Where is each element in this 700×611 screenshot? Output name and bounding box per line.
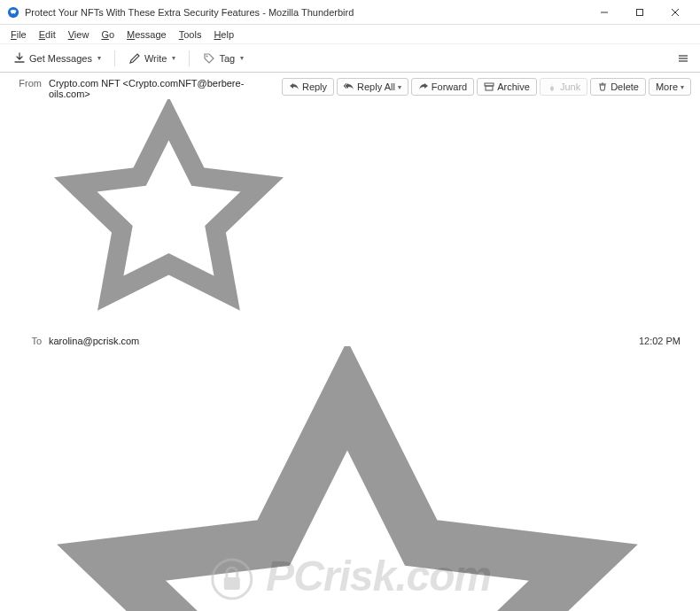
archive-icon: [484, 82, 494, 91]
svg-rect-2: [637, 9, 643, 15]
forward-label: Forward: [432, 81, 467, 92]
svg-rect-10: [486, 86, 493, 90]
window-title: Protect Your NFTs With These Extra Secur…: [25, 7, 587, 18]
tag-label: Tag: [219, 53, 235, 64]
message-time: 12:02 PM: [639, 336, 691, 346]
junk-button[interactable]: Junk: [540, 78, 587, 96]
menu-icon[interactable]: [677, 52, 689, 65]
menu-help[interactable]: Help: [208, 27, 239, 42]
reply-all-icon: [344, 82, 354, 91]
thunderbird-icon: [7, 6, 19, 19]
forward-button[interactable]: Forward: [411, 78, 474, 96]
window-controls: [587, 0, 693, 25]
to-label: To: [9, 336, 49, 346]
from-address[interactable]: Crypto.com NFT <Crypto.comNFT@berbere-oi…: [49, 78, 244, 99]
pencil-icon: [128, 52, 141, 65]
maximize-button[interactable]: [622, 0, 657, 25]
archive-label: Archive: [497, 81, 530, 92]
write-button[interactable]: Write ▾: [121, 48, 183, 69]
toolbar-separator: [114, 50, 115, 66]
reply-all-label: Reply All: [357, 81, 395, 92]
delete-label: Delete: [611, 81, 639, 92]
svg-point-5: [206, 55, 208, 57]
archive-button[interactable]: Archive: [477, 78, 537, 96]
to-address[interactable]: karolina@pcrisk.com: [49, 336, 139, 346]
close-button[interactable]: [657, 0, 693, 25]
delete-button[interactable]: Delete: [590, 78, 646, 96]
header-actions: Reply Reply All▾ Forward Archive Junk De…: [282, 78, 691, 96]
download-icon: [13, 52, 26, 65]
chevron-down-icon: ▾: [681, 83, 684, 91]
menu-file[interactable]: File: [5, 27, 32, 42]
from-label: From: [9, 78, 49, 89]
to-value: karolina@pcrisk.com: [49, 336, 639, 611]
write-label: Write: [144, 53, 167, 64]
more-label: More: [656, 81, 678, 92]
chevron-down-icon: ▾: [240, 54, 244, 62]
menu-message[interactable]: Message: [121, 27, 172, 42]
menu-edit[interactable]: Edit: [34, 27, 61, 42]
get-messages-button[interactable]: Get Messages ▾: [5, 48, 109, 69]
forward-icon: [418, 82, 429, 91]
chevron-down-icon: ▾: [97, 54, 101, 62]
tag-button[interactable]: Tag ▾: [195, 48, 252, 69]
menu-go[interactable]: Go: [96, 27, 120, 42]
toolbar: Get Messages ▾ Write ▾ Tag ▾: [0, 44, 700, 73]
menu-tools[interactable]: Tools: [174, 27, 207, 42]
chevron-down-icon: ▾: [398, 83, 401, 91]
junk-label: Junk: [560, 81, 580, 92]
reply-button[interactable]: Reply: [282, 78, 334, 96]
toolbar-separator: [189, 50, 190, 66]
menu-bar: File Edit View Go Message Tools Help: [0, 25, 700, 44]
star-icon[interactable]: [52, 323, 285, 334]
reply-all-button[interactable]: Reply All▾: [337, 78, 408, 96]
from-value: Crypto.com NFT <Crypto.comNFT@berbere-oi…: [49, 78, 282, 334]
chevron-down-icon: ▾: [172, 54, 175, 62]
get-messages-label: Get Messages: [29, 53, 92, 64]
more-button[interactable]: More▾: [649, 78, 691, 96]
menu-view[interactable]: View: [63, 27, 95, 42]
reply-icon: [289, 82, 299, 91]
tag-icon: [203, 52, 215, 65]
flame-icon: [547, 82, 557, 91]
header-from-row: From Crypto.com NFT <Crypto.comNFT@berbe…: [0, 73, 700, 336]
reply-label: Reply: [302, 81, 327, 92]
header-to-row: To karolina@pcrisk.com 12:02 PM: [0, 336, 700, 611]
trash-icon: [597, 82, 608, 91]
minimize-button[interactable]: [587, 0, 622, 25]
title-bar: Protect Your NFTs With These Extra Secur…: [0, 0, 700, 25]
